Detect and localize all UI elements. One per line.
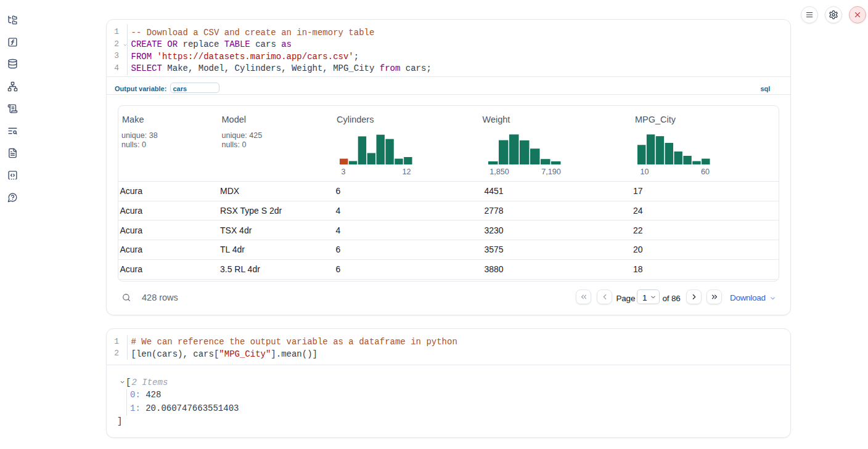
svg-text:60: 60 xyxy=(701,168,710,176)
svg-text:1,850: 1,850 xyxy=(489,168,509,176)
svg-text:3: 3 xyxy=(341,168,345,176)
svg-text:12: 12 xyxy=(402,168,411,176)
svg-text:10: 10 xyxy=(640,168,649,176)
svg-text:7,190: 7,190 xyxy=(541,168,561,176)
